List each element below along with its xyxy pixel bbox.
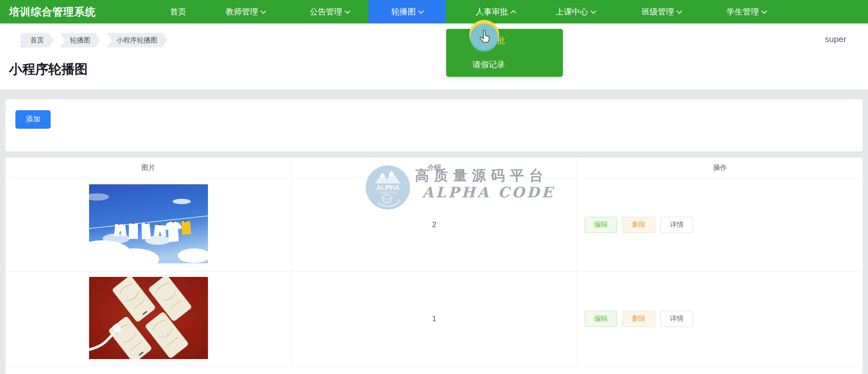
nav-label: 上课中心: [556, 6, 588, 17]
nav-item-personnel-approval[interactable]: 人事审批: [460, 0, 531, 23]
content-area: 添加 图片 介绍 操作: [0, 89, 868, 374]
nav-label: 人事审批: [476, 6, 508, 17]
breadcrumb-item-miniprogram-carousel[interactable]: 小程序轮播图: [107, 33, 167, 47]
column-header-image: 图片: [5, 158, 292, 178]
table-header-row: 图片 介绍 操作: [5, 158, 863, 178]
nav-item-carousel[interactable]: 轮播图: [368, 0, 446, 23]
nav-label: 首页: [170, 6, 186, 17]
detail-button[interactable]: 详情: [660, 311, 693, 327]
nav-label: 学生管理: [726, 6, 759, 17]
dropdown-item-leave-approval[interactable]: 请假审批: [446, 29, 563, 53]
breadcrumb-item-home[interactable]: 首页: [20, 33, 54, 47]
chevron-down-icon: [418, 8, 424, 14]
page-title: 小程序轮播图: [9, 61, 88, 79]
app-screen: 培训综合管理系统 首页 教师管理 公告管理 轮播图 人事审批 上课中心 班级管理: [0, 0, 868, 374]
chevron-down-icon: [260, 8, 266, 14]
table-row: 2 编辑 删除 详情: [5, 178, 863, 271]
carousel-image-clothesline: [89, 184, 208, 265]
nav-label: 班级管理: [642, 6, 674, 17]
actions-cell: 编辑 删除 详情: [577, 271, 863, 366]
chevron-down-icon: [676, 8, 682, 14]
intro-cell: 1: [292, 271, 577, 366]
column-header-intro: 介绍: [292, 158, 577, 178]
edit-button[interactable]: 编辑: [585, 217, 617, 233]
nav-label: 公告管理: [310, 6, 342, 17]
add-button[interactable]: 添加: [15, 110, 51, 129]
image-cell: [5, 178, 292, 271]
table-row: 1 编辑 删除 详情: [5, 271, 863, 366]
carousel-table-card: 图片 介绍 操作: [5, 158, 863, 374]
nav-label: 教师管理: [226, 6, 258, 17]
top-navbar: 培训综合管理系统 首页 教师管理 公告管理 轮播图 人事审批 上课中心 班级管理: [0, 0, 868, 23]
cursor-pointer-icon: [478, 30, 492, 46]
nav-item-class-center[interactable]: 上课中心: [540, 0, 611, 23]
chevron-down-icon: [590, 8, 596, 14]
delete-button[interactable]: 删除: [623, 311, 655, 327]
carousel-table: 图片 介绍 操作: [5, 158, 863, 366]
breadcrumb: 首页 轮播图 小程序轮播图: [20, 33, 174, 47]
breadcrumb-item-carousel[interactable]: 轮播图: [60, 33, 100, 47]
image-cell: [5, 271, 292, 366]
nav-item-home[interactable]: 首页: [162, 0, 194, 23]
nav-item-announcement-mgmt[interactable]: 公告管理: [294, 0, 365, 23]
delete-button[interactable]: 删除: [623, 217, 655, 233]
nav-item-class-mgmt[interactable]: 班级管理: [626, 0, 697, 23]
carousel-image-powerbanks: [89, 277, 208, 361]
nav-item-teacher-mgmt[interactable]: 教师管理: [210, 0, 281, 23]
current-user-label[interactable]: super: [825, 34, 846, 44]
personnel-approval-dropdown: 请假审批 请假记录: [446, 29, 563, 77]
nav-label: 轮播图: [392, 6, 416, 17]
toolbar-card: 添加: [5, 99, 863, 151]
column-header-actions: 操作: [577, 158, 863, 178]
dropdown-item-leave-record[interactable]: 请假记录: [446, 53, 563, 77]
chevron-down-icon: [344, 8, 350, 14]
intro-cell: 2: [292, 178, 577, 271]
nav-item-student-mgmt[interactable]: 学生管理: [711, 0, 782, 23]
chevron-up-icon: [510, 10, 516, 16]
chevron-down-icon: [761, 8, 767, 14]
app-brand: 培训综合管理系统: [9, 0, 96, 23]
edit-button[interactable]: 编辑: [585, 311, 617, 327]
detail-button[interactable]: 详情: [660, 217, 693, 233]
actions-cell: 编辑 删除 详情: [577, 178, 863, 271]
